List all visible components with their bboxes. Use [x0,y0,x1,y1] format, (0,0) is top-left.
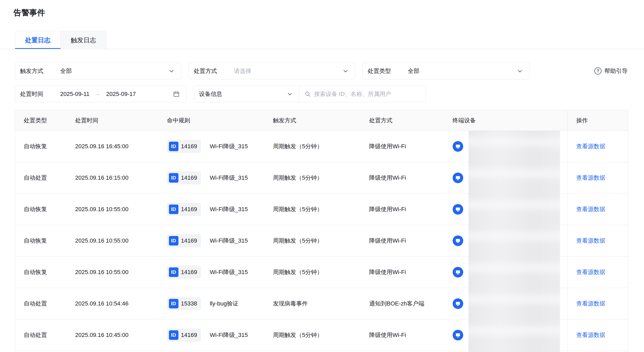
rule-id-chip: ID 15338 [167,297,201,310]
column-header-actions: 操作 [567,110,628,131]
active-tab-indicator [15,48,60,49]
chevron-down-icon [343,68,348,74]
rule-id-value: 14169 [181,332,197,339]
view-source-data-link[interactable]: 查看源数据 [576,142,605,150]
id-badge-icon: ID [169,205,178,214]
hit-rule-cell: ID 14169 Wi-Fi降级_315 [167,225,273,256]
view-source-data-link[interactable]: 查看源数据 [576,268,605,276]
dispose-method-cell: 降级使用Wi-Fi [369,319,453,351]
actions-cell: 查看源数据 [567,131,628,162]
view-source-data-link[interactable]: 查看源数据 [576,237,605,245]
actions-cell: 查看源数据 [567,319,628,351]
trigger-method-value: 全部 [60,67,72,75]
column-header-hit-rule: 命中规则 [167,110,273,131]
hit-rule-cell: ID 15338 lly-bug验证 [167,288,273,319]
view-source-data-link[interactable]: 查看源数据 [576,331,605,339]
column-header-dispose-type: 处置类型 [15,110,75,131]
terminal-device-cell [453,225,568,256]
dispose-type-cell: 自动恢复 [15,194,75,225]
table-row: 自动恢复 2025.09.16 10:55:00 ID 14169 Wi-Fi降… [15,257,628,288]
start-date-input[interactable]: 2025-09-11 [60,91,89,98]
dispose-time-cell: 2025.09.16 10:45:00 [75,319,167,351]
rule-id-value: 14169 [181,269,197,276]
end-date-input[interactable]: 2025-09-17 [106,91,136,98]
table-header-row: 处置类型 处置时间 命中规则 触发方式 处置方式 终端设备 操作 [15,110,628,131]
tab-dispose-log[interactable]: 处置日志 [15,31,61,49]
hit-rule-cell: ID 14169 Wi-Fi降级_315 [167,162,273,193]
dispose-method-cell: 降级使用Wi-Fi [369,225,453,256]
table-row: 自动处置 2025.09.16 10:54:46 ID 15338 lly-bu… [15,288,628,319]
view-source-data-link[interactable]: 查看源数据 [576,300,605,308]
actions-cell: 查看源数据 [567,257,628,288]
monitor-icon [453,173,463,183]
rule-name: Wi-Fi降级_315 [210,174,248,182]
dispose-type-cell: 自动处置 [15,288,75,319]
actions-cell: 查看源数据 [567,162,628,193]
search-icon [305,91,311,97]
rule-id-chip: ID 14169 [167,234,201,247]
trigger-method-cell: 周期触发（5分钟） [273,131,369,162]
view-source-data-link[interactable]: 查看源数据 [576,205,605,213]
column-header-terminal-device: 终端设备 [453,110,568,131]
terminal-device-cell [453,131,568,162]
hit-rule-cell: ID 14169 Wi-Fi降级_315 [167,194,273,225]
terminal-device-cell [453,194,568,225]
view-source-data-link[interactable]: 查看源数据 [576,174,605,182]
actions-cell: 查看源数据 [567,194,628,225]
tab-label: 触发日志 [71,36,96,44]
terminal-device-cell [453,257,568,288]
trigger-method-cell: 周期触发（5分钟） [273,257,369,288]
tab-trigger-log[interactable]: 触发日志 [60,31,106,49]
dispose-method-placeholder: 请选择 [234,67,251,75]
filter-area: 触发方式 全部 处置方式 请选择 处置类型 全部 处置时间 2025-09-11… [15,63,529,102]
monitor-icon [453,204,463,215]
device-search-input[interactable] [314,91,420,98]
table-body: 自动恢复 2025.09.16 16:45:00 ID 14169 Wi-Fi降… [15,131,628,351]
dispose-method-select[interactable]: 处置方式 请选择 [188,63,355,79]
dispose-method-cell: 降级使用Wi-Fi [369,257,453,288]
table-row: 自动处置 2025.09.16 10:45:00 ID 14169 Wi-Fi降… [15,319,628,351]
trigger-method-cell: 周期触发（5分钟） [273,225,369,256]
dispose-type-select[interactable]: 处置类型 全部 [362,63,529,79]
actions-cell: 查看源数据 [567,225,628,256]
column-header-trigger-method: 触发方式 [273,110,369,131]
dispose-method-cell: 降级使用Wi-Fi [369,131,453,162]
rule-id-chip: ID 14169 [167,171,201,184]
id-badge-icon: ID [169,236,178,246]
rule-id-value: 14169 [181,206,197,213]
table-row: 自动恢复 2025.09.16 10:55:00 ID 14169 Wi-Fi降… [15,194,628,225]
rule-id-chip: ID 14169 [167,266,201,279]
rule-name: Wi-Fi降级_315 [210,237,248,245]
calendar-icon [173,91,180,98]
trigger-method-select[interactable]: 触发方式 全部 [15,63,181,79]
rule-name: lly-bug验证 [210,300,239,308]
rule-id-chip: ID 14169 [167,203,201,216]
dispose-method-cell: 降级使用Wi-Fi [369,162,453,193]
dispose-time-cell: 2025.09.16 16:45:00 [75,131,167,162]
terminal-device-cell [453,162,568,193]
monitor-icon [453,330,463,340]
monitor-icon [453,141,463,152]
dispose-time-range-picker[interactable]: 处置时间 2025-09-11 - 2025-09-17 [15,86,186,102]
tab-bar: 处置日志 触发日志 ? 帮助引导 [0,31,644,49]
help-guide-button[interactable]: ? 帮助引导 [594,62,628,80]
trigger-method-cell: 周期触发（5分钟） [273,194,369,225]
chevron-down-icon [517,68,523,74]
dispose-type-value: 全部 [408,67,419,75]
id-badge-icon: ID [169,330,178,340]
rule-name: Wi-Fi降级_315 [210,331,248,339]
dispose-log-table: 处置类型 处置时间 命中规则 触发方式 处置方式 终端设备 操作 自动恢复 20… [15,110,628,352]
column-header-dispose-time: 处置时间 [75,110,167,131]
device-search-group: 设备信息 [194,86,426,102]
dispose-time-cell: 2025.09.16 16:15:00 [75,162,167,193]
help-guide-label: 帮助引导 [604,67,628,75]
dispose-type-cell: 自动处置 [15,162,75,193]
dispose-type-cell: 自动处置 [15,319,75,351]
tab-label: 处置日志 [25,36,50,44]
rule-name: Wi-Fi降级_315 [210,142,248,150]
table-row: 自动恢复 2025.09.16 16:45:00 ID 14169 Wi-Fi降… [15,131,628,162]
terminal-device-cell [453,319,568,351]
id-badge-icon: ID [169,142,178,151]
rule-id-value: 14169 [181,174,197,181]
device-info-select[interactable]: 设备信息 [194,86,299,102]
